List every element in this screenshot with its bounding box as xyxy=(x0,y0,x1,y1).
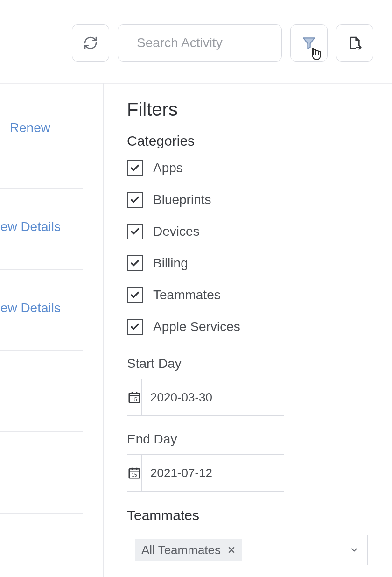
category-label: Devices xyxy=(153,224,200,239)
divider xyxy=(0,350,83,351)
checkbox-icon xyxy=(127,287,143,303)
category-label: Billing xyxy=(153,256,188,271)
export-button[interactable] xyxy=(336,24,373,62)
end-day-label: End Day xyxy=(127,432,373,447)
checkbox-icon xyxy=(127,160,143,176)
search-box[interactable] xyxy=(118,24,282,62)
end-day-input[interactable]: 15 xyxy=(127,454,284,492)
filter-icon xyxy=(301,35,316,50)
start-day-value[interactable] xyxy=(142,379,310,415)
category-teammates[interactable]: Teammates xyxy=(127,287,373,303)
filters-title: Filters xyxy=(127,99,373,120)
end-day-field: End Day 15 xyxy=(127,432,373,492)
renew-link[interactable]: Renew xyxy=(10,120,50,135)
start-day-field: Start Day 15 xyxy=(127,356,373,416)
start-day-input[interactable]: 15 xyxy=(127,379,284,416)
export-icon xyxy=(347,35,362,50)
checkbox-icon xyxy=(127,319,143,335)
end-day-value[interactable] xyxy=(142,455,310,491)
filters-panel: Filters Categories Apps Blueprints Devic… xyxy=(127,99,373,565)
category-label: Apple Services xyxy=(153,319,240,334)
left-column: Renew iew Details iew Details xyxy=(0,83,104,577)
divider xyxy=(0,431,83,432)
toolbar xyxy=(0,24,373,62)
start-day-label: Start Day xyxy=(127,356,373,371)
category-label: Apps xyxy=(153,161,183,176)
category-blueprints[interactable]: Blueprints xyxy=(127,192,373,208)
chevron-down-icon xyxy=(350,545,359,555)
refresh-button[interactable] xyxy=(72,24,109,62)
filter-button[interactable] xyxy=(290,24,328,62)
category-apple-services[interactable]: Apple Services xyxy=(127,319,373,335)
divider xyxy=(0,188,83,189)
category-label: Blueprints xyxy=(153,192,211,207)
category-apps[interactable]: Apps xyxy=(127,160,373,176)
categories-list: Apps Blueprints Devices Billing Teammate… xyxy=(127,160,373,335)
close-icon[interactable] xyxy=(227,546,236,554)
teammates-chip[interactable]: All Teammates xyxy=(135,539,242,561)
divider xyxy=(0,269,83,270)
calendar-icon: 15 xyxy=(127,455,142,491)
teammates-selected: All Teammates xyxy=(141,543,221,557)
refresh-icon xyxy=(83,35,98,50)
divider xyxy=(0,513,83,514)
checkbox-icon xyxy=(127,224,143,239)
svg-text:15: 15 xyxy=(132,397,137,402)
checkbox-icon xyxy=(127,192,143,208)
view-details-link[interactable]: iew Details xyxy=(0,301,61,316)
category-billing[interactable]: Billing xyxy=(127,255,373,271)
checkbox-icon xyxy=(127,255,143,271)
view-details-link[interactable]: iew Details xyxy=(0,219,61,234)
category-devices[interactable]: Devices xyxy=(127,224,373,239)
teammates-select[interactable]: All Teammates xyxy=(127,535,368,565)
teammates-title: Teammates xyxy=(127,507,373,523)
search-input[interactable] xyxy=(136,35,305,51)
category-label: Teammates xyxy=(153,288,221,303)
calendar-icon: 15 xyxy=(127,379,142,415)
categories-title: Categories xyxy=(127,133,373,149)
svg-text:15: 15 xyxy=(132,472,137,478)
